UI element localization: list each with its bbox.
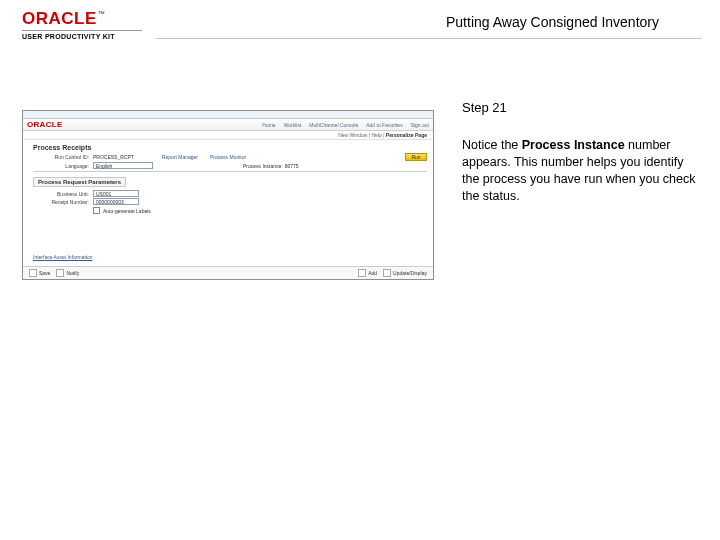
notify-button[interactable]: Notify <box>66 270 79 276</box>
oracle-logo-text: ORACLE <box>22 9 97 28</box>
link-help[interactable]: Help <box>371 132 381 138</box>
run-button[interactable]: Run <box>405 153 427 161</box>
update-icon[interactable] <box>383 269 391 277</box>
save-button[interactable]: Save <box>39 270 50 276</box>
oracle-upk-logo: ORACLE™ USER PRODUCTIVITY KIT <box>22 10 142 40</box>
report-manager-link[interactable]: Report Manager <box>162 154 198 160</box>
add-button[interactable]: Add <box>368 270 377 276</box>
receipt-label: Receipt Number: <box>33 199 93 205</box>
autogen-label: Auto-generate Labels <box>103 208 151 214</box>
receipt-field[interactable]: 0000000003 <box>93 198 139 205</box>
nav-home[interactable]: Home <box>262 122 275 128</box>
update-button[interactable]: Update/Display <box>393 270 427 276</box>
instruction-text: Notice the Process Instance number appea… <box>462 137 702 205</box>
interface-asset-link[interactable]: Interface Asset Information <box>33 254 427 260</box>
save-icon[interactable] <box>29 269 37 277</box>
autogen-checkbox[interactable] <box>93 207 100 214</box>
add-icon[interactable] <box>358 269 366 277</box>
notify-icon[interactable] <box>56 269 64 277</box>
nav-signout[interactable]: Sign out <box>411 122 429 128</box>
language-label: Language: <box>33 163 93 169</box>
upk-subtext: USER PRODUCTIVITY KIT <box>22 33 115 40</box>
process-instance-label: Process Instance: <box>243 163 283 169</box>
language-field[interactable]: English <box>93 162 153 169</box>
nav-mc-console[interactable]: MultiChannel Console <box>309 122 358 128</box>
step-label: Step 21 <box>462 100 702 115</box>
nav-worklist[interactable]: Worklist <box>284 122 302 128</box>
app-brand: ORACLE <box>27 120 63 129</box>
link-new-window[interactable]: New Window <box>338 132 367 138</box>
page-title: Putting Away Consigned Inventory <box>150 10 698 30</box>
prp-title: Process Request Parameters <box>33 177 126 187</box>
instruction-pane: Step 21 Notice the Process Instance numb… <box>434 94 702 280</box>
run-control-value: PROCESS_RCPT <box>93 154 134 160</box>
bu-field[interactable]: US001 <box>93 190 139 197</box>
nav-add-fav[interactable]: Add to Favorites <box>366 122 402 128</box>
section-title: Process Receipts <box>33 144 427 151</box>
link-personalize[interactable]: Personalize Page <box>386 132 427 138</box>
run-control-label: Run Control ID: <box>33 154 93 160</box>
process-monitor-link[interactable]: Process Monitor <box>210 154 246 160</box>
process-instance-value: 80775 <box>285 163 299 169</box>
application-screenshot: ORACLE Home Worklist MultiChannel Consol… <box>22 110 434 280</box>
app-top-nav: Home Worklist MultiChannel Console Add t… <box>262 122 429 128</box>
bu-label: Business Unit: <box>33 191 93 197</box>
